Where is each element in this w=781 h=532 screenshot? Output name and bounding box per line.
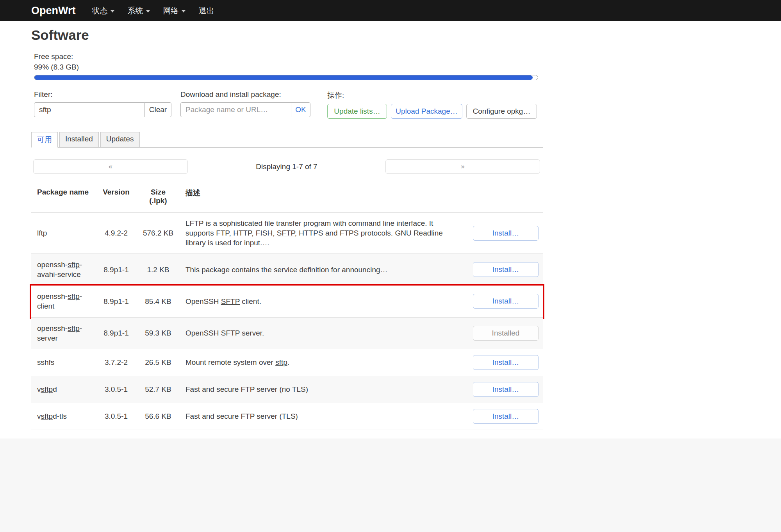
description-cell: OpenSSH SFTP client. — [180, 296, 469, 306]
package-url-input[interactable] — [180, 102, 291, 117]
table-row: lftp 4.9.2-2 576.2 KB LFTP is a sophisti… — [31, 212, 543, 254]
main-content: Software Free space: 99% (8.3 GB) Filter… — [31, 27, 543, 430]
header-version: Version — [96, 188, 137, 205]
prev-page-button[interactable]: « — [33, 159, 188, 174]
install-button[interactable]: Install… — [473, 226, 538, 241]
update-lists-button[interactable]: Update lists… — [327, 104, 387, 119]
install-button[interactable]: Install… — [473, 409, 538, 424]
tab-available[interactable]: 可用 — [31, 132, 58, 148]
size-cell: 1.2 KB — [137, 265, 180, 275]
pagination: « Displaying 1-7 of 7 » — [33, 159, 540, 174]
chevron-down-icon — [146, 10, 150, 12]
version-cell: 3.0.5-1 — [96, 384, 137, 394]
nav-item-label: 退出 — [199, 5, 214, 16]
tab-installed[interactable]: Installed — [59, 132, 99, 148]
size-cell: 52.7 KB — [137, 384, 180, 394]
free-space-block: Free space: 99% (8.3 GB) — [34, 52, 543, 80]
filter-label: Filter: — [34, 90, 171, 99]
upload-package-button[interactable]: Upload Package… — [391, 104, 462, 119]
version-cell: 3.0.5-1 — [96, 411, 137, 421]
installed-button: Installed — [473, 326, 538, 341]
header-size: Size (.ipk) — [137, 188, 180, 205]
version-cell: 4.9.2-2 — [96, 228, 137, 238]
brand-logo[interactable]: OpenWrt — [31, 5, 76, 17]
size-cell: 85.4 KB — [137, 296, 180, 306]
navbar-menu: 状态 系统 网络 退出 — [92, 5, 228, 16]
filter-input[interactable] — [34, 102, 145, 117]
configure-opkg-button[interactable]: Configure opkg… — [466, 104, 537, 119]
actions-group: 操作: Update lists… Upload Package… Config… — [327, 90, 537, 119]
nav-item-logout[interactable]: 退出 — [199, 5, 214, 16]
package-name-cell: vsftpd-tls — [31, 411, 96, 421]
package-name-cell: openssh-sftp-avahi-service — [31, 260, 96, 279]
table-row: vsftpd-tls 3.0.5-1 56.6 KB Fast and secu… — [31, 403, 543, 430]
nav-item-network[interactable]: 网络 — [163, 5, 185, 16]
description-cell: LFTP is a sophisticated file transfer pr… — [180, 218, 469, 248]
version-cell: 3.7.2-2 — [96, 357, 137, 367]
nav-item-label: 网络 — [163, 5, 179, 16]
package-table-body: lftp 4.9.2-2 576.2 KB LFTP is a sophisti… — [31, 212, 543, 430]
header-description: 描述 — [180, 188, 469, 205]
size-cell: 26.5 KB — [137, 357, 180, 367]
nav-item-label: 系统 — [128, 5, 143, 16]
description-cell: Fast and secure FTP server (TLS) — [180, 411, 469, 421]
table-row: sshfs 3.7.2-2 26.5 KB Mount remote syste… — [31, 349, 543, 376]
free-space-label: Free space: — [34, 52, 543, 61]
package-table: Package name Version Size (.ipk) 描述 lftp… — [31, 183, 543, 430]
download-group: Download and install package: OK — [180, 90, 310, 117]
ok-button[interactable]: OK — [291, 102, 310, 117]
header-package-name: Package name — [31, 188, 96, 205]
description-cell: Mount remote system over sftp. — [180, 357, 469, 367]
version-cell: 8.9p1-1 — [96, 296, 137, 306]
nav-item-label: 状态 — [92, 5, 108, 16]
install-button[interactable]: Install… — [473, 262, 538, 277]
package-name-cell: vsftpd — [31, 384, 96, 394]
package-table-header: Package name Version Size (.ipk) 描述 — [31, 183, 543, 212]
controls-row: Filter: Clear Download and install packa… — [34, 90, 543, 119]
tab-updates[interactable]: Updates — [100, 132, 140, 148]
install-button[interactable]: Install… — [473, 294, 538, 309]
clear-button[interactable]: Clear — [144, 102, 171, 117]
table-row: openssh-sftp-server 8.9p1-1 59.3 KB Open… — [31, 318, 543, 349]
free-space-bar — [34, 75, 538, 80]
package-name-cell: lftp — [31, 228, 96, 238]
install-button[interactable]: Install… — [473, 355, 538, 370]
size-cell: 576.2 KB — [137, 228, 180, 238]
table-row-highlighted: openssh-sftp-client 8.9p1-1 85.4 KB Open… — [31, 286, 543, 317]
download-label: Download and install package: — [180, 90, 310, 99]
package-name-cell: openssh-sftp-server — [31, 323, 96, 343]
install-button[interactable]: Install… — [473, 382, 538, 397]
nav-item-status[interactable]: 状态 — [92, 5, 114, 16]
description-cell: OpenSSH SFTP server. — [180, 328, 469, 338]
pagination-status: Displaying 1-7 of 7 — [188, 162, 385, 171]
header-actions — [469, 188, 543, 205]
free-space-bar-fill — [34, 75, 533, 80]
version-cell: 8.9p1-1 — [96, 328, 137, 338]
chevron-down-icon — [182, 10, 185, 12]
package-name-cell: sshfs — [31, 357, 96, 367]
actions-label: 操作: — [327, 90, 537, 100]
next-page-button[interactable]: » — [385, 159, 540, 174]
free-space-value: 99% (8.3 GB) — [34, 63, 543, 71]
navbar: OpenWrt 状态 系统 网络 退出 — [0, 0, 781, 21]
nav-item-system[interactable]: 系统 — [128, 5, 150, 16]
description-cell: Fast and secure FTP server (no TLS) — [180, 384, 469, 394]
version-cell: 8.9p1-1 — [96, 265, 137, 275]
table-row: vsftpd 3.0.5-1 52.7 KB Fast and secure F… — [31, 376, 543, 403]
tab-bar: 可用 Installed Updates — [31, 132, 543, 148]
size-cell: 59.3 KB — [137, 328, 180, 338]
description-cell: This package contains the service defini… — [180, 265, 469, 275]
page-background — [0, 439, 781, 532]
package-name-cell: openssh-sftp-client — [31, 291, 96, 311]
chevron-down-icon — [111, 10, 114, 12]
table-row: openssh-sftp-avahi-service 8.9p1-1 1.2 K… — [31, 254, 543, 286]
filter-group: Filter: Clear — [34, 90, 171, 117]
size-cell: 56.6 KB — [137, 411, 180, 421]
page-title: Software — [31, 27, 543, 43]
